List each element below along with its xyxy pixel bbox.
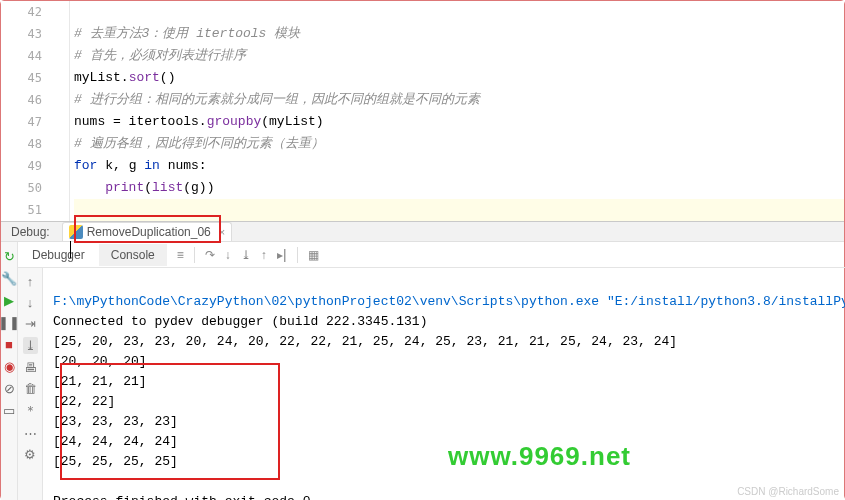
csdn-watermark: CSDN @RichardSome bbox=[737, 486, 839, 497]
console-output[interactable]: F:\myPythonCode\CrazyPython\02\pythonPro… bbox=[43, 268, 845, 500]
output-line: [23, 23, 23, 23] bbox=[53, 414, 178, 429]
debug-label: Debug: bbox=[11, 225, 50, 239]
tab-title: RemoveDuplication_06 bbox=[87, 225, 211, 239]
rerun-icon[interactable]: ↻ bbox=[1, 248, 17, 264]
output-line: [22, 22] bbox=[53, 394, 115, 409]
step-over-icon[interactable]: ↷ bbox=[205, 248, 215, 262]
comment: # 去重方法3：使用 itertools 模块 bbox=[74, 23, 300, 45]
new-console-icon[interactable]: ＊ bbox=[24, 402, 37, 420]
down-icon[interactable]: ↓ bbox=[27, 295, 34, 310]
python-icon bbox=[69, 225, 83, 239]
line-gutter: 42434445464748495051 bbox=[1, 1, 56, 221]
pause-icon[interactable]: ❚❚ bbox=[1, 314, 17, 330]
tab-debugger[interactable]: Debugger bbox=[20, 244, 97, 266]
comment: # 遍历各组，因此得到不同的元素（去重） bbox=[74, 133, 324, 155]
resume-icon[interactable]: ▶ bbox=[1, 292, 17, 308]
print-icon[interactable]: 🖶 bbox=[24, 360, 37, 375]
python-console-icon[interactable]: ⋯ bbox=[24, 426, 37, 441]
tab-console[interactable]: Console bbox=[99, 244, 167, 266]
debug-panel-header: Debug: RemoveDuplication_06 × bbox=[1, 221, 844, 242]
evaluate-icon[interactable]: ▦ bbox=[308, 248, 319, 262]
close-icon[interactable]: × bbox=[219, 226, 225, 238]
view-breakpoints-icon[interactable]: ◉ bbox=[1, 358, 17, 374]
up-icon[interactable]: ↑ bbox=[27, 274, 34, 289]
code-editor[interactable]: 42434445464748495051 # 去重方法3：使用 itertool… bbox=[1, 1, 844, 221]
output-line: [20, 20, 20] bbox=[53, 354, 147, 369]
code-area[interactable]: # 去重方法3：使用 itertools 模块 # 首先，必须对列表进行排序 m… bbox=[70, 1, 844, 221]
scroll-to-end-icon[interactable]: ⤓ bbox=[23, 337, 38, 354]
mute-breakpoints-icon[interactable]: ⊘ bbox=[1, 380, 17, 396]
debug-sub-tabs: Debugger Console ≡ ↷ ↓ ⤓ ↑ ▸ǀ ▦ bbox=[18, 242, 845, 268]
connected-line: Connected to pydev debugger (build 222.3… bbox=[53, 314, 427, 329]
exit-line: Process finished with exit code 0 bbox=[53, 494, 310, 500]
clear-icon[interactable]: 🗑 bbox=[24, 381, 37, 396]
wrench-icon[interactable]: 🔧 bbox=[1, 270, 17, 286]
caret bbox=[70, 241, 71, 258]
fold-gutter bbox=[56, 1, 70, 221]
comment: # 首先，必须对列表进行排序 bbox=[74, 45, 246, 67]
layout-icon[interactable]: ▭ bbox=[1, 402, 17, 418]
settings-icon[interactable]: ⚙ bbox=[24, 447, 36, 462]
soft-wrap-icon[interactable]: ⇥ bbox=[25, 316, 36, 331]
exec-path: F:\myPythonCode\CrazyPython\02\pythonPro… bbox=[53, 294, 845, 309]
step-out-icon[interactable]: ↑ bbox=[261, 248, 267, 262]
debug-tab[interactable]: RemoveDuplication_06 × bbox=[62, 222, 233, 241]
output-line: [21, 21, 21] bbox=[53, 374, 147, 389]
step-into-icon[interactable]: ↓ bbox=[225, 248, 231, 262]
console-left-toolbar: ↑ ↓ ⇥ ⤓ 🖶 🗑 ＊ ⋯ ⚙ bbox=[18, 268, 43, 500]
output-line: [25, 20, 23, 23, 20, 24, 20, 22, 22, 21,… bbox=[53, 334, 677, 349]
stop-icon[interactable]: ■ bbox=[1, 336, 17, 352]
output-line: [25, 25, 25, 25] bbox=[53, 454, 178, 469]
run-to-cursor-icon[interactable]: ▸ǀ bbox=[277, 248, 287, 262]
comment: # 进行分组：相同的元素就分成同一组，因此不同的组就是不同的元素 bbox=[74, 89, 480, 111]
output-line: [24, 24, 24, 24] bbox=[53, 434, 178, 449]
debug-left-toolbar: ↻ 🔧 ▶ ❚❚ ■ ◉ ⊘ ▭ bbox=[1, 242, 18, 500]
step-into-my-icon[interactable]: ⤓ bbox=[241, 248, 251, 262]
filter-icon[interactable]: ≡ bbox=[177, 248, 184, 262]
